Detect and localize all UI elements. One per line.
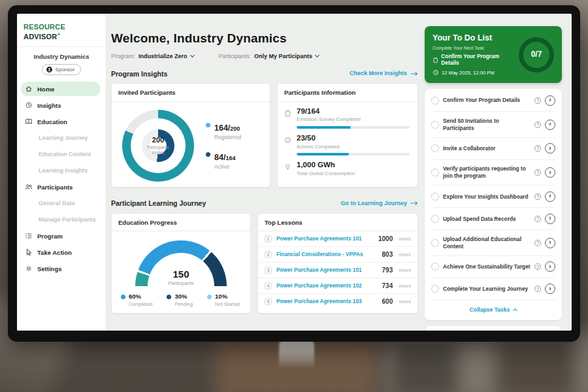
help-icon[interactable]: ?: [534, 122, 541, 128]
task-checkbox[interactable]: [431, 215, 439, 223]
sidebar-item-label: Program: [37, 233, 63, 240]
sponsor-label: Sponsor: [56, 67, 75, 73]
help-icon[interactable]: ?: [534, 169, 541, 176]
sidebar-item-learning-journey[interactable]: Learning Journey: [21, 131, 101, 145]
home-icon: [25, 85, 33, 93]
sidebar-item-take-action[interactable]: Take Action: [21, 245, 101, 259]
sidebar-item-program[interactable]: Program: [21, 229, 101, 243]
task-checkbox[interactable]: [431, 144, 439, 152]
lesson-title-link[interactable]: Power Purchase Agreements 102: [276, 283, 378, 289]
sidebar-item-label: Participants: [37, 184, 73, 191]
sidebar-item-manage-participants[interactable]: Manage Participants: [21, 212, 101, 227]
recent-news-card: Recent News: [425, 326, 562, 331]
sidebar-item-participants[interactable]: Participants: [21, 180, 101, 194]
help-icon[interactable]: ?: [534, 216, 541, 222]
task-checkbox[interactable]: [431, 239, 439, 247]
sidebar-item-label: Home: [37, 86, 54, 93]
lesson-views: 734: [382, 282, 393, 290]
task-checkbox[interactable]: [431, 263, 439, 270]
task-label: Verify participants requesting to join t…: [443, 165, 531, 180]
sidebar-item-label: Manage Participants: [39, 216, 96, 223]
sidebar-item-insights[interactable]: Insights: [21, 98, 101, 112]
lesson-rank: 5: [265, 298, 272, 305]
sidebar: RESOURCE ADVISOR+ Industry Dynamics Spon…: [17, 14, 106, 331]
sidebar-item-education[interactable]: Education: [21, 114, 101, 129]
invited-donut-inner-ring: 200 Participants Invited: [142, 129, 174, 162]
task-open-button[interactable]: ›: [545, 95, 555, 106]
legend-item-active: 84/164 Active: [206, 150, 241, 170]
education-icon: [25, 118, 33, 125]
sidebar-item-learning-insights[interactable]: Learning Insights: [21, 163, 101, 178]
filters-row: Program: Industrialize Zero Participants…: [111, 53, 418, 60]
lesson-rank: 2: [265, 251, 272, 258]
legend-dot: [167, 295, 171, 299]
link-label: Go to Learning Journey: [340, 200, 407, 207]
legend-item-not-started: 10% Not Started: [207, 293, 240, 306]
lesson-title-link[interactable]: Financial Considerations - VPPAs: [276, 252, 378, 258]
clock-icon: [433, 69, 439, 76]
help-icon[interactable]: ?: [534, 193, 541, 200]
sidebar-item-general-data[interactable]: General Data: [21, 196, 101, 210]
lesson-title-link[interactable]: Power Purchase Agreements 101: [276, 267, 378, 274]
collapse-tasks-link[interactable]: Collapse Tasks: [431, 301, 555, 319]
task-open-button[interactable]: ›: [545, 191, 555, 202]
task-open-button[interactable]: ›: [545, 238, 555, 248]
donut-center-value: 200: [152, 136, 164, 144]
task-label: Send 50 Invitations to Participants: [443, 118, 531, 132]
info-value: 1,000 GWh: [297, 161, 410, 170]
task-checkbox[interactable]: [431, 285, 439, 293]
check-more-insights-link[interactable]: Check More Insights: [350, 70, 418, 77]
logo-plus: +: [57, 31, 61, 37]
lesson-views-label: views: [399, 236, 411, 242]
legend-value: 30%: [174, 293, 193, 300]
info-value: 23/50: [297, 134, 410, 143]
help-icon[interactable]: ?: [534, 97, 541, 104]
help-icon[interactable]: ?: [534, 240, 541, 246]
participants-filter-value: Only My Participants: [254, 53, 312, 60]
lesson-title-link[interactable]: Power Purchase Agreements 103: [276, 299, 378, 305]
legend-value: 164/: [214, 123, 230, 133]
lesson-views: 600: [382, 298, 393, 306]
task-open-button[interactable]: ›: [545, 143, 555, 154]
sidebar-item-education-content[interactable]: Education Content: [21, 147, 101, 161]
lesson-views-label: views: [399, 299, 411, 304]
task-open-button[interactable]: ›: [545, 284, 555, 294]
lesson-views-label: views: [399, 252, 411, 257]
task-row: Upload Additional Educational Content ? …: [431, 230, 555, 256]
lesson-title-link[interactable]: Power Purchase Agreements 101: [276, 236, 374, 242]
gauge-center-label: Participants: [135, 280, 227, 286]
task-open-button[interactable]: ›: [545, 120, 555, 130]
sponsor-badge[interactable]: Sponsor: [42, 64, 82, 75]
task-open-button[interactable]: ›: [545, 261, 555, 272]
insights-icon: [25, 101, 33, 109]
help-icon[interactable]: ?: [534, 263, 541, 270]
task-label: Achieve One Sustainability Target: [443, 263, 531, 270]
task-checkbox[interactable]: [431, 169, 439, 176]
task-row: Verify participants requesting to join t…: [431, 160, 555, 186]
task-checkbox[interactable]: [431, 193, 439, 201]
participants-filter-dropdown[interactable]: Participants: Only My Participants: [219, 53, 319, 60]
task-checkbox[interactable]: [431, 121, 439, 129]
task-label: Explore Your Insights Dashboard: [443, 193, 531, 201]
clipboard-icon: [433, 57, 438, 63]
sidebar-item-settings[interactable]: Settings: [21, 261, 101, 276]
lesson-row: 5 Power Purchase Agreements 103 600 view…: [258, 294, 417, 309]
help-icon[interactable]: ?: [534, 286, 541, 292]
survey-icon: [284, 110, 291, 117]
help-icon[interactable]: ?: [534, 145, 541, 152]
donut-center: 200 Participants Invited: [150, 137, 167, 154]
info-row-emission-survey: 79/164 Emission Survey Completed: [278, 102, 417, 129]
lesson-views-label: views: [399, 267, 411, 273]
sidebar-item-home[interactable]: Home: [21, 82, 101, 96]
sidebar-item-label: Insights: [37, 102, 61, 109]
task-row: Send 50 Invitations to Participants ? ›: [431, 112, 555, 138]
settings-icon: [25, 265, 33, 272]
logo-secondary: ADVISOR: [24, 33, 57, 41]
legend-value-total: 164: [225, 155, 235, 161]
task-open-button[interactable]: ›: [545, 167, 555, 178]
task-checkbox[interactable]: [431, 97, 439, 105]
program-filter-dropdown[interactable]: Program: Industrialize Zero: [111, 53, 194, 60]
legend-value: 84/: [214, 153, 225, 162]
task-open-button[interactable]: ›: [545, 214, 555, 224]
go-to-learning-journey-link[interactable]: Go to Learning Journey: [340, 200, 418, 207]
